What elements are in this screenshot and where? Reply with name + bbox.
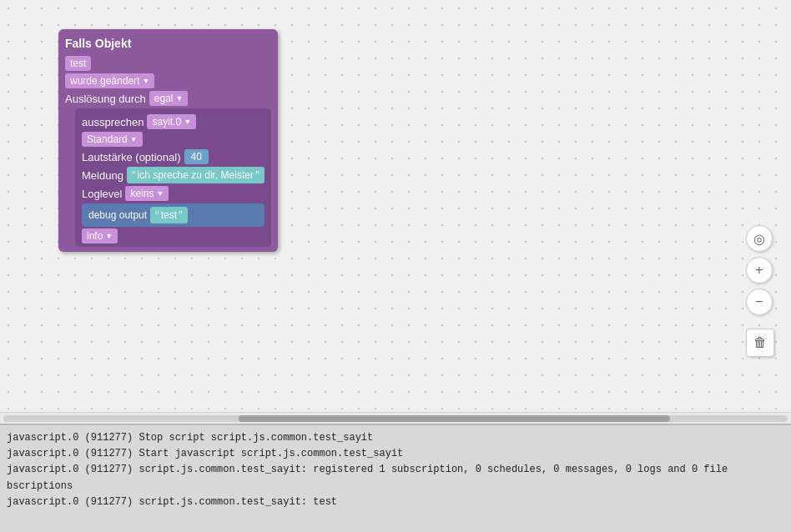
info-dropdown[interactable]: info	[82, 228, 118, 243]
loglevel-row: Loglevel keins	[82, 186, 265, 201]
lautstaerke-label: Lautstärke (optional)	[82, 151, 181, 163]
debug-quote-open: “	[155, 208, 159, 222]
standard-row: Standard	[82, 132, 265, 147]
zoom-in-button[interactable]: +	[746, 257, 773, 284]
ausloesung-row: Auslösung durch egal	[65, 91, 271, 106]
console-line-5: javascript.0 (911277) script.js.common.t…	[7, 494, 784, 510]
block-title-row: Falls Objekt	[65, 37, 271, 53]
loglevel-dropdown[interactable]: keins	[125, 186, 169, 201]
ausloesung-label: Auslösung durch	[65, 93, 146, 105]
loglevel-label: Loglevel	[82, 188, 122, 200]
main-block: Falls Objekt test wurde geändert Auslösu…	[58, 29, 278, 252]
meldung-row: Meldung “ ich spreche zu dir, Meister ”	[82, 167, 265, 183]
info-row: info	[82, 228, 265, 243]
zoom-out-icon: −	[755, 294, 763, 309]
aussprechen-label: aussprechen	[82, 116, 144, 128]
debug-label: debug output	[88, 209, 147, 221]
block-container: Falls Objekt test wurde geändert Auslösu…	[58, 29, 278, 252]
sayit-dropdown[interactable]: sayit.0	[147, 114, 196, 129]
scrollbar-thumb[interactable]	[239, 415, 670, 422]
meldung-quote-open: “	[132, 168, 136, 182]
debug-string[interactable]: “ test ”	[150, 207, 188, 223]
object-value[interactable]: test	[65, 56, 91, 71]
trigger-dropdown[interactable]: wurde geändert	[65, 73, 154, 88]
zoom-out-button[interactable]: −	[746, 289, 773, 315]
console-panel: javascript.0 (911277) Stop script script…	[0, 424, 791, 532]
center-button[interactable]: ◎	[746, 225, 773, 252]
debug-quote-close: ”	[179, 208, 183, 222]
standard-dropdown[interactable]: Standard	[82, 132, 143, 147]
ausloesung-dropdown[interactable]: egal	[149, 91, 189, 106]
center-icon: ◎	[753, 231, 765, 247]
console-line-1: javascript.0 (911277) Stop script script…	[7, 430, 784, 446]
meldung-string[interactable]: “ ich spreche zu dir, Meister ”	[127, 167, 265, 183]
console-line-2: javascript.0 (911277) Start javascript s…	[7, 446, 784, 462]
meldung-quote-close: ”	[255, 168, 259, 182]
scrollbar-track	[3, 415, 788, 422]
horizontal-scrollbar[interactable]	[0, 412, 791, 424]
block-title: Falls Objekt	[65, 37, 131, 50]
inner-block: aussprechen sayit.0 Standard Lautstärke …	[75, 108, 271, 247]
trash-button[interactable]: 🗑	[746, 329, 774, 357]
meldung-label: Meldung	[82, 169, 123, 182]
lautstaerke-value[interactable]: 40	[184, 149, 209, 164]
controls-panel: ◎ + − 🗑	[746, 225, 774, 357]
console-line-4: bscriptions	[7, 479, 784, 494]
debug-value: test	[161, 209, 177, 221]
aussprechen-row: aussprechen sayit.0	[82, 114, 265, 129]
debug-row: debug output “ test ”	[82, 203, 265, 227]
lautstaerke-row: Lautstärke (optional) 40	[82, 149, 265, 164]
trash-icon: 🗑	[753, 335, 767, 350]
canvas: Falls Objekt test wurde geändert Auslösu…	[0, 0, 791, 424]
meldung-value: ich spreche zu dir, Meister	[138, 169, 254, 181]
object-row: test	[65, 56, 271, 71]
trigger-row: wurde geändert	[65, 73, 271, 88]
zoom-in-icon: +	[755, 263, 763, 278]
console-line-3: javascript.0 (911277) script.js.common.t…	[7, 462, 784, 478]
